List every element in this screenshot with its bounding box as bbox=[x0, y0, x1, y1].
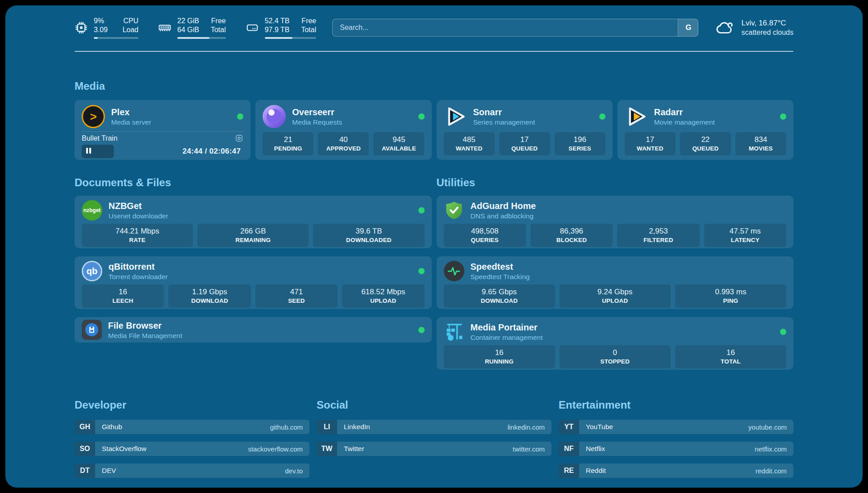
section-header-entertainment: Entertainment bbox=[559, 398, 793, 412]
ram-icon bbox=[158, 21, 171, 34]
status-dot bbox=[418, 268, 425, 274]
search-bar: G bbox=[332, 19, 698, 37]
stat-tile: 945 AVAILABLE bbox=[373, 132, 424, 155]
service-subtitle: Media Requests bbox=[292, 118, 342, 126]
dashboard-panel: 9% CPU 3.09 Load bbox=[5, 5, 863, 488]
system-stats: 9% CPU 3.09 Load bbox=[75, 17, 316, 39]
playback-progress-fill bbox=[82, 145, 114, 158]
service-card-radarr[interactable]: Radarr Movie management 17 WANTED 22 QUE… bbox=[618, 100, 793, 160]
service-card-nzbget[interactable]: nzbget NZBGet Usenet downloader 744.21 M… bbox=[75, 196, 432, 248]
section-header-utilities: Utilities bbox=[437, 176, 794, 189]
stat-tile: 17 WANTED bbox=[625, 132, 676, 155]
playback-time: 24:44 / 02:06:47 bbox=[183, 145, 241, 158]
stat-tile: 744.21 Mbps RATE bbox=[82, 224, 193, 247]
status-dot bbox=[418, 113, 425, 120]
cpu-load-value: 3.09 bbox=[94, 25, 108, 34]
service-subtitle: Series management bbox=[473, 118, 535, 126]
stat-tile: 2,953 FILTERED bbox=[617, 224, 699, 247]
disk-widget: 52.4 TB Free 97.9 TB Total bbox=[246, 17, 317, 39]
stat-tile: 196 SERIES bbox=[555, 132, 605, 155]
search-input[interactable] bbox=[332, 19, 698, 37]
service-card-filebrowser[interactable]: File Browser Media File Management bbox=[75, 317, 432, 343]
stat-tile: 17 QUEUED bbox=[499, 132, 550, 155]
speedtest-icon bbox=[444, 261, 464, 281]
status-dot bbox=[418, 207, 425, 213]
radarr-icon bbox=[625, 105, 648, 128]
disk-total-label: Total bbox=[301, 25, 316, 34]
playback-progress-bar[interactable]: 24:44 / 02:06:47 bbox=[82, 145, 243, 158]
bookmark-dev[interactable]: DT DEV dev.to bbox=[75, 464, 309, 478]
bookmark-linkedin[interactable]: LI LinkedIn linkedin.com bbox=[317, 420, 551, 434]
bookmark-stackoverflow[interactable]: SO StackOverflow stackoverflow.com bbox=[75, 442, 309, 456]
top-bar: 9% CPU 3.09 Load bbox=[75, 15, 793, 40]
service-subtitle: Torrent downloader bbox=[108, 272, 168, 281]
service-card-qbittorrent[interactable]: qb qBittorrent Torrent downloader 16 LEE… bbox=[75, 256, 432, 309]
disk-free-label: Free bbox=[301, 17, 316, 25]
bookmark-group-developer: Developer GH Github github.com SO StackO… bbox=[75, 398, 309, 485]
stat-tile: 266 GB REMAINING bbox=[197, 224, 309, 247]
weather-location: Lviv, 16.87°C bbox=[741, 18, 793, 28]
stat-tile: 16 TOTAL bbox=[675, 345, 786, 368]
stat-tile: 22 QUEUED bbox=[680, 132, 731, 155]
cpu-label: CPU bbox=[123, 17, 138, 25]
qbittorrent-icon: qb bbox=[82, 261, 102, 281]
service-title: Plex bbox=[111, 107, 151, 118]
service-card-overseerr[interactable]: Overseerr Media Requests 21 PENDING 40 A… bbox=[255, 100, 431, 160]
stat-tile: 47.57 ms LATENCY bbox=[704, 224, 786, 247]
bookmark-youtube[interactable]: YT YouTube youtube.com bbox=[559, 420, 793, 434]
service-subtitle: Movie management bbox=[654, 118, 715, 126]
service-title: Radarr bbox=[654, 107, 715, 118]
memory-progress-fill bbox=[177, 37, 209, 39]
memory-free-label: Free bbox=[211, 17, 226, 25]
memory-total-value: 64 GiB bbox=[177, 25, 199, 34]
stat-tile: 618.52 Mbps UPLOAD bbox=[342, 284, 424, 308]
service-title: qBittorrent bbox=[108, 261, 168, 272]
stat-tile: 9.65 Gbps DOWNLOAD bbox=[444, 284, 555, 308]
service-title: Media Portainer bbox=[471, 322, 543, 333]
status-dot bbox=[780, 329, 786, 335]
filebrowser-icon bbox=[82, 320, 102, 340]
status-dot bbox=[418, 327, 425, 333]
status-dot bbox=[237, 113, 243, 120]
cpu-progress-bar bbox=[94, 37, 138, 39]
nzbget-icon: nzbget bbox=[82, 200, 102, 221]
stat-tile: 498,508 QUERIES bbox=[444, 224, 526, 247]
service-title: File Browser bbox=[108, 320, 182, 331]
search-engine-button[interactable]: G bbox=[678, 19, 698, 37]
service-subtitle: DNS and adblocking bbox=[471, 212, 536, 220]
cpu-load-label: Load bbox=[122, 25, 138, 34]
bookmark-twitter[interactable]: TW Twitter twitter.com bbox=[317, 442, 551, 456]
service-card-portainer[interactable]: Media Portainer Container management 16 … bbox=[437, 317, 794, 370]
section-header-developer: Developer bbox=[75, 398, 309, 412]
header-divider bbox=[75, 51, 793, 52]
service-card-sonarr[interactable]: Sonarr Series management 485 WANTED 17 Q… bbox=[437, 100, 613, 160]
service-subtitle: Media File Management bbox=[108, 331, 182, 340]
service-title: NZBGet bbox=[108, 201, 168, 212]
stat-tile: 834 MOVIES bbox=[735, 132, 786, 155]
memory-free-value: 22 GiB bbox=[177, 17, 199, 25]
service-card-speedtest[interactable]: Speedtest Speedtest Tracking 9.65 Gbps D… bbox=[437, 256, 794, 309]
bookmark-group-social: Social LI LinkedIn linkedin.com TW Twitt… bbox=[317, 398, 551, 485]
service-title: Speedtest bbox=[471, 261, 530, 272]
pause-icon[interactable] bbox=[86, 147, 92, 155]
now-playing-title: Bullet Train bbox=[82, 134, 117, 142]
cpu-usage-value: 9% bbox=[94, 17, 104, 25]
section-header-documents: Documents & Files bbox=[75, 176, 432, 189]
service-card-plex[interactable]: > Plex Media server Bullet Train bbox=[75, 100, 250, 160]
service-card-adguard[interactable]: AdGuard Home DNS and adblocking 498,508 … bbox=[437, 196, 794, 248]
cloud-icon bbox=[714, 18, 735, 37]
service-subtitle: Speedtest Tracking bbox=[471, 272, 530, 281]
section-header-social: Social bbox=[317, 398, 551, 412]
media-session-icon[interactable] bbox=[235, 134, 243, 142]
service-subtitle: Media server bbox=[111, 118, 151, 126]
memory-total-label: Total bbox=[211, 25, 226, 34]
stat-tile: 86,396 BLOCKED bbox=[530, 224, 613, 247]
adguard-icon bbox=[444, 200, 464, 221]
stat-tile: 0.993 ms PING bbox=[675, 284, 786, 308]
disk-progress-fill bbox=[265, 37, 292, 39]
bookmark-reddit[interactable]: RE Reddit reddit.com bbox=[559, 464, 793, 478]
bookmark-github[interactable]: GH Github github.com bbox=[75, 420, 309, 434]
bookmark-netflix[interactable]: NF Netflix netflix.com bbox=[559, 442, 793, 456]
stat-tile: 16 RUNNING bbox=[444, 345, 555, 368]
sonarr-icon bbox=[444, 105, 467, 128]
